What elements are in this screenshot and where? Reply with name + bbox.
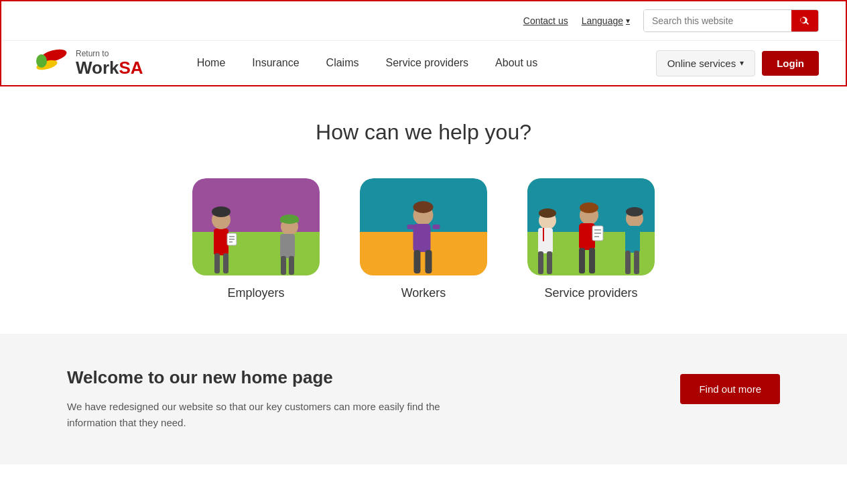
logo-text: Return to WorkSA	[76, 50, 143, 76]
svg-rect-28	[543, 228, 544, 241]
nav-service-providers[interactable]: Service providers	[373, 44, 482, 82]
svg-rect-35	[589, 248, 595, 273]
search-box	[643, 9, 819, 32]
logo-icon	[28, 46, 72, 80]
svg-rect-14	[280, 218, 299, 223]
workers-illustration	[360, 178, 487, 275]
workers-card[interactable]: Workers	[360, 178, 487, 300]
language-button[interactable]: Language	[582, 15, 630, 26]
find-out-more-button[interactable]: Find out more	[680, 374, 780, 404]
online-services-button[interactable]: Online services	[656, 50, 756, 76]
employers-figure-1	[206, 198, 243, 275]
service-providers-label: Service providers	[544, 286, 637, 300]
svg-rect-15	[280, 234, 295, 258]
svg-rect-24	[433, 225, 440, 229]
svg-point-26	[539, 208, 556, 218]
svg-rect-30	[547, 251, 552, 274]
nav-claims[interactable]: Claims	[313, 44, 373, 82]
workers-label: Workers	[401, 286, 446, 300]
search-input[interactable]	[644, 10, 791, 32]
service-figure-2	[571, 196, 608, 275]
employers-figure-2	[273, 205, 306, 275]
welcome-body: We have redesigned our website so that o…	[67, 399, 482, 431]
nav-home[interactable]: Home	[184, 44, 239, 82]
svg-rect-23	[407, 225, 415, 229]
svg-rect-42	[625, 226, 640, 253]
header: Contact us Language Return to	[0, 0, 847, 86]
svg-rect-29	[538, 251, 543, 274]
svg-point-5	[212, 206, 231, 217]
service-providers-card[interactable]: Service providers	[527, 178, 655, 300]
employers-illustration	[192, 178, 320, 275]
login-button[interactable]: Login	[762, 51, 819, 76]
service-figure-3	[618, 200, 651, 275]
svg-rect-43	[625, 251, 631, 274]
svg-rect-20	[413, 224, 431, 252]
welcome-text: Welcome to our new home page We have red…	[67, 367, 482, 431]
main-content: How can we help you?	[0, 86, 847, 464]
nav-about-us[interactable]: About us	[482, 44, 551, 82]
svg-rect-6	[214, 253, 220, 273]
svg-rect-7	[223, 253, 229, 273]
header-top: Contact us Language	[1, 1, 846, 41]
svg-rect-34	[579, 248, 585, 273]
service-figure-1	[531, 202, 564, 275]
employers-label: Employers	[227, 286, 284, 300]
svg-point-41	[626, 207, 643, 216]
svg-rect-16	[281, 256, 286, 275]
svg-rect-44	[634, 251, 639, 274]
svg-rect-22	[426, 250, 432, 273]
hero-section: How can we help you?	[0, 86, 847, 165]
svg-rect-27	[538, 228, 553, 253]
service-illustration	[527, 178, 655, 275]
header-actions: Online services Login	[656, 50, 819, 76]
search-button[interactable]	[791, 10, 818, 32]
welcome-heading: Welcome to our new home page	[67, 367, 482, 388]
contact-link[interactable]: Contact us	[523, 15, 568, 26]
hero-heading: How can we help you?	[13, 120, 834, 145]
welcome-section: Welcome to our new home page We have red…	[0, 334, 847, 464]
search-icon	[799, 15, 810, 26]
header-bottom: Return to WorkSA Home Insurance Claims S…	[1, 41, 846, 85]
employers-card[interactable]: Employers	[192, 178, 320, 300]
svg-point-32	[580, 202, 598, 213]
svg-point-2	[36, 54, 47, 68]
nav-insurance[interactable]: Insurance	[239, 44, 312, 82]
svg-rect-21	[414, 250, 421, 273]
svg-rect-3	[214, 229, 229, 255]
svg-point-19	[413, 201, 434, 213]
cards-section: Employers	[0, 165, 847, 334]
svg-rect-17	[289, 256, 294, 275]
main-nav: Home Insurance Claims Service providers …	[184, 44, 656, 82]
workers-figure	[405, 195, 442, 275]
logo[interactable]: Return to WorkSA	[28, 41, 143, 85]
